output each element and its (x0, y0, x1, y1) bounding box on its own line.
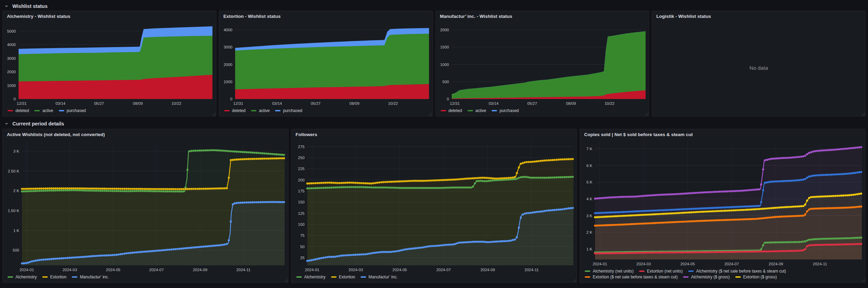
svg-text:2024-09: 2024-09 (769, 262, 783, 266)
section-title: Wishlist status (12, 3, 47, 9)
legend-item[interactable]: deleted (224, 108, 245, 113)
legend-label: Alchemistry (15, 275, 37, 279)
svg-text:1000: 1000 (223, 80, 232, 84)
legend-item[interactable]: Alchemistry (net units) (585, 269, 634, 274)
svg-text:1000: 1000 (440, 63, 449, 67)
panel-title[interactable]: Logistik - Wishlist status (652, 11, 865, 20)
copies-sold-chart[interactable]: 1 K2 K3 K4 K5 K6 K7 K2024-012024-032024-… (580, 138, 865, 268)
legend-swatch (492, 110, 497, 111)
legend-label: Extortion (50, 275, 66, 279)
legend-label: Extortion (339, 275, 355, 279)
legend-label: Alchemistry (304, 275, 326, 279)
svg-text:3 K: 3 K (13, 149, 20, 153)
legend-item[interactable]: active (34, 108, 53, 113)
chevron-down-icon (4, 4, 9, 9)
manufactur-wishlist-chart[interactable]: 050010001500200012/3103/1405/2708/0910/2… (436, 20, 649, 107)
svg-text:2024-11: 2024-11 (813, 262, 827, 266)
svg-text:2024-01: 2024-01 (593, 262, 607, 266)
panel-title[interactable]: Alchemistry - Wishlist status (3, 11, 216, 20)
svg-text:75: 75 (300, 233, 305, 237)
legend-label: purchased (67, 108, 86, 113)
alchemistry-wishlist-chart[interactable]: 01000200030004000500012/3103/1405/2708/0… (3, 20, 216, 107)
legend-swatch (42, 276, 48, 278)
panel-title[interactable]: Extortion - Wishlist status (219, 11, 432, 20)
no-data-message: No data (652, 20, 865, 116)
legend-item[interactable]: purchased (492, 108, 519, 113)
legend-swatch (585, 270, 590, 272)
svg-text:100: 100 (298, 222, 304, 226)
svg-text:05/27: 05/27 (527, 101, 537, 106)
legend-item[interactable]: Extortion ($ gross) (735, 275, 777, 279)
panel-copies-sold: Copies sold | Net $ sold before taxes & … (580, 129, 866, 283)
svg-text:10/22: 10/22 (172, 101, 182, 106)
svg-text:6 K: 6 K (586, 164, 593, 168)
svg-text:2 K: 2 K (586, 230, 593, 234)
legend-item[interactable]: Extortion (net units) (639, 269, 683, 274)
legend-item[interactable]: Extortion (42, 275, 66, 279)
svg-text:08/09: 08/09 (349, 101, 359, 106)
svg-text:7 K: 7 K (586, 147, 593, 151)
panel-logistik-wishlist: Logistik - Wishlist status No data (652, 11, 866, 117)
legend-swatch (72, 276, 77, 278)
panel-title[interactable]: Manufactur’ inc. - Wishlist status (436, 11, 649, 20)
svg-text:1500: 1500 (440, 45, 449, 49)
legend-swatch (585, 276, 590, 278)
svg-text:2024-09: 2024-09 (193, 268, 207, 272)
legend-item[interactable]: deleted (441, 108, 462, 113)
svg-text:2024-05: 2024-05 (681, 262, 695, 266)
panel-title[interactable]: Active Wishlists (not deleted, not conve… (3, 129, 288, 138)
svg-text:2024-07: 2024-07 (149, 268, 164, 272)
legend-item[interactable]: Alchemistry ($ net sale before taxes & s… (688, 269, 786, 274)
svg-text:08/09: 08/09 (133, 101, 143, 106)
svg-text:200: 200 (298, 178, 304, 182)
legend-item[interactable]: Extortion ($ net sale before taxes & ste… (585, 275, 678, 279)
panel-title[interactable]: Copies sold | Net $ sold before taxes & … (580, 129, 865, 138)
svg-text:250: 250 (298, 156, 304, 160)
svg-text:225: 225 (298, 167, 304, 171)
legend-swatch (468, 110, 473, 111)
legend-swatch (224, 110, 230, 111)
svg-text:1000: 1000 (7, 84, 16, 88)
svg-text:25: 25 (300, 256, 305, 260)
active-wishlists-chart[interactable]: 5001 K1.50 K2 K2.50 K3 K2024-012024-0320… (3, 138, 288, 274)
legend-item[interactable]: Alchemistry (296, 275, 326, 279)
panel-followers: Followers 255075100125150175200225250275… (291, 129, 577, 283)
legend-label: Extortion ($ gross) (743, 275, 777, 279)
legend-item[interactable]: deleted (8, 108, 29, 113)
svg-text:500: 500 (13, 248, 19, 252)
svg-text:3000: 3000 (223, 45, 232, 49)
svg-text:0: 0 (230, 97, 232, 101)
section-header-current-period-details[interactable]: Current period details (2, 119, 866, 128)
legend-item[interactable]: active (468, 108, 486, 113)
panel-alchemistry-wishlist: Alchemistry - Wishlist status 0100020003… (2, 11, 216, 117)
chevron-down-icon (4, 121, 9, 126)
legend-item[interactable]: purchased (275, 108, 302, 113)
chart-legend: AlchemistryExtortionManufactur’ inc. (3, 274, 288, 283)
legend-label: Alchemistry ($ net sale before taxes & s… (696, 269, 786, 274)
svg-text:4000: 4000 (223, 28, 232, 32)
svg-text:1 K: 1 K (13, 229, 20, 233)
legend-swatch (59, 110, 64, 111)
chart-legend: AlchemistryExtortionManufactur’ inc. (292, 274, 577, 283)
legend-item[interactable]: purchased (59, 108, 86, 113)
legend-item[interactable]: active (251, 108, 270, 113)
legend-label: deleted (232, 108, 245, 113)
followers-chart[interactable]: 2550751001251501752002252502752024-01202… (292, 138, 577, 274)
legend-swatch (639, 270, 645, 272)
svg-text:125: 125 (298, 211, 304, 215)
legend-item[interactable]: Alchemistry ($ gross) (683, 275, 730, 279)
legend-item[interactable]: Manufactur’ inc. (361, 275, 398, 279)
svg-text:3 K: 3 K (586, 214, 593, 218)
extortion-wishlist-chart[interactable]: 0100020003000400012/3103/1405/2708/0910/… (219, 20, 432, 107)
legend-item[interactable]: Alchemistry (8, 275, 37, 279)
svg-text:2000: 2000 (223, 63, 232, 67)
panel-title[interactable]: Followers (292, 129, 577, 138)
svg-text:10/22: 10/22 (388, 101, 398, 106)
legend-item[interactable]: Extortion (331, 275, 355, 279)
svg-text:2024-07: 2024-07 (725, 262, 739, 266)
section-header-wishlist-status[interactable]: Wishlist status (2, 1, 866, 11)
svg-text:4000: 4000 (7, 43, 16, 47)
legend-item[interactable]: Manufactur’ inc. (72, 275, 109, 279)
legend-swatch (331, 276, 337, 278)
svg-text:175: 175 (298, 189, 304, 193)
